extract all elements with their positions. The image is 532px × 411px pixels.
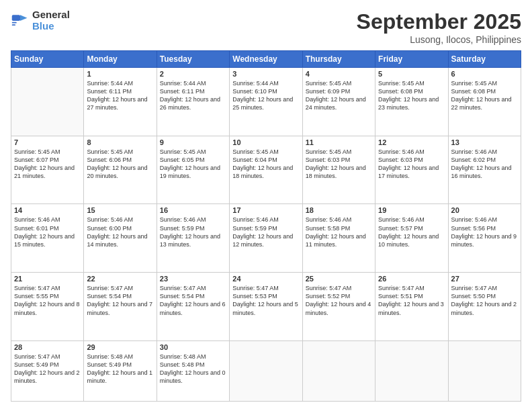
- day-number: 28: [14, 343, 81, 351]
- cell-info: Sunrise: 5:46 AM Sunset: 6:03 PM Dayligh…: [378, 148, 445, 181]
- calendar-cell: 20Sunrise: 5:46 AM Sunset: 5:56 PM Dayli…: [448, 204, 521, 273]
- day-number: 18: [306, 206, 372, 214]
- cell-info: Sunrise: 5:44 AM Sunset: 6:10 PM Dayligh…: [232, 79, 299, 112]
- day-number: 16: [160, 206, 226, 214]
- cell-info: Sunrise: 5:44 AM Sunset: 6:11 PM Dayligh…: [87, 79, 153, 112]
- day-number: 23: [160, 275, 226, 283]
- day-number: 26: [378, 275, 445, 283]
- day-number: 14: [14, 206, 81, 214]
- cell-info: Sunrise: 5:47 AM Sunset: 5:55 PM Dayligh…: [14, 284, 81, 317]
- day-number: 5: [378, 70, 445, 78]
- week-row-2: 7Sunrise: 5:45 AM Sunset: 6:07 PM Daylig…: [11, 136, 521, 204]
- cell-info: Sunrise: 5:47 AM Sunset: 5:54 PM Dayligh…: [160, 284, 226, 317]
- cell-info: Sunrise: 5:45 AM Sunset: 6:09 PM Dayligh…: [306, 79, 372, 112]
- weekday-header-saturday: Saturday: [448, 51, 521, 68]
- svg-rect-3: [12, 24, 15, 26]
- calendar-cell: 22Sunrise: 5:47 AM Sunset: 5:54 PM Dayli…: [84, 273, 157, 341]
- calendar-table: SundayMondayTuesdayWednesdayThursdayFrid…: [11, 50, 521, 402]
- week-row-1: 1Sunrise: 5:44 AM Sunset: 6:11 PM Daylig…: [11, 68, 521, 136]
- day-number: 7: [14, 138, 81, 146]
- cell-info: Sunrise: 5:47 AM Sunset: 5:49 PM Dayligh…: [14, 353, 81, 385]
- day-number: 13: [451, 138, 518, 146]
- calendar-cell: 4Sunrise: 5:45 AM Sunset: 6:09 PM Daylig…: [302, 68, 375, 136]
- calendar-cell: 24Sunrise: 5:47 AM Sunset: 5:53 PM Dayli…: [230, 273, 302, 341]
- calendar-cell: 17Sunrise: 5:46 AM Sunset: 5:59 PM Dayli…: [230, 204, 302, 273]
- calendar-cell: 11Sunrise: 5:45 AM Sunset: 6:03 PM Dayli…: [302, 136, 375, 204]
- day-number: 19: [378, 206, 445, 214]
- calendar-cell: 10Sunrise: 5:45 AM Sunset: 6:04 PM Dayli…: [230, 136, 302, 204]
- day-number: 12: [378, 138, 445, 146]
- cell-info: Sunrise: 5:45 AM Sunset: 6:06 PM Dayligh…: [87, 148, 153, 181]
- calendar-cell: 13Sunrise: 5:46 AM Sunset: 6:02 PM Dayli…: [448, 136, 521, 204]
- calendar-cell: 2Sunrise: 5:44 AM Sunset: 6:11 PM Daylig…: [157, 68, 229, 136]
- cell-info: Sunrise: 5:48 AM Sunset: 5:48 PM Dayligh…: [160, 353, 226, 385]
- calendar-cell: [230, 340, 302, 401]
- cell-info: Sunrise: 5:45 AM Sunset: 6:05 PM Dayligh…: [160, 148, 226, 181]
- day-number: 11: [306, 138, 372, 146]
- cell-info: Sunrise: 5:46 AM Sunset: 6:00 PM Dayligh…: [87, 216, 153, 248]
- calendar-cell: 9Sunrise: 5:45 AM Sunset: 6:05 PM Daylig…: [157, 136, 229, 204]
- cell-info: Sunrise: 5:45 AM Sunset: 6:04 PM Dayligh…: [232, 148, 299, 181]
- day-number: 6: [451, 70, 518, 78]
- page: General Blue September 2025 Lusong, Iloc…: [0, 0, 532, 411]
- calendar-cell: 21Sunrise: 5:47 AM Sunset: 5:55 PM Dayli…: [11, 273, 84, 341]
- calendar-cell: 1Sunrise: 5:44 AM Sunset: 6:11 PM Daylig…: [84, 68, 157, 136]
- calendar-cell: 6Sunrise: 5:45 AM Sunset: 6:08 PM Daylig…: [448, 68, 521, 136]
- calendar-cell: 5Sunrise: 5:45 AM Sunset: 6:08 PM Daylig…: [375, 68, 448, 136]
- calendar-cell: [11, 68, 84, 136]
- cell-info: Sunrise: 5:47 AM Sunset: 5:52 PM Dayligh…: [306, 284, 372, 317]
- day-number: 3: [232, 70, 299, 78]
- day-number: 10: [232, 138, 299, 146]
- calendar-cell: 23Sunrise: 5:47 AM Sunset: 5:54 PM Dayli…: [157, 273, 229, 341]
- cell-info: Sunrise: 5:46 AM Sunset: 5:57 PM Dayligh…: [378, 216, 445, 248]
- day-number: 9: [160, 138, 226, 146]
- cell-info: Sunrise: 5:45 AM Sunset: 6:03 PM Dayligh…: [306, 148, 372, 181]
- calendar-cell: [375, 340, 448, 401]
- cell-info: Sunrise: 5:46 AM Sunset: 6:02 PM Dayligh…: [451, 148, 518, 181]
- calendar-cell: 7Sunrise: 5:45 AM Sunset: 6:07 PM Daylig…: [11, 136, 84, 204]
- weekday-header-row: SundayMondayTuesdayWednesdayThursdayFrid…: [11, 51, 521, 68]
- calendar-cell: 25Sunrise: 5:47 AM Sunset: 5:52 PM Dayli…: [302, 273, 375, 341]
- day-number: 8: [87, 138, 153, 146]
- day-number: 27: [451, 275, 518, 283]
- day-number: 25: [306, 275, 372, 283]
- weekday-header-sunday: Sunday: [11, 51, 84, 68]
- week-row-3: 14Sunrise: 5:46 AM Sunset: 6:01 PM Dayli…: [11, 204, 521, 273]
- cell-info: Sunrise: 5:46 AM Sunset: 5:59 PM Dayligh…: [160, 216, 226, 248]
- calendar-cell: 27Sunrise: 5:47 AM Sunset: 5:50 PM Dayli…: [448, 273, 521, 341]
- day-number: 4: [306, 70, 372, 78]
- calendar-cell: 14Sunrise: 5:46 AM Sunset: 6:01 PM Dayli…: [11, 204, 84, 273]
- cell-info: Sunrise: 5:47 AM Sunset: 5:50 PM Dayligh…: [451, 284, 518, 317]
- calendar-cell: 12Sunrise: 5:46 AM Sunset: 6:03 PM Dayli…: [375, 136, 448, 204]
- cell-info: Sunrise: 5:45 AM Sunset: 6:08 PM Dayligh…: [378, 79, 445, 112]
- cell-info: Sunrise: 5:46 AM Sunset: 6:01 PM Dayligh…: [14, 216, 81, 248]
- cell-info: Sunrise: 5:47 AM Sunset: 5:53 PM Dayligh…: [232, 284, 299, 317]
- calendar-cell: 28Sunrise: 5:47 AM Sunset: 5:49 PM Dayli…: [11, 340, 84, 401]
- cell-info: Sunrise: 5:45 AM Sunset: 6:08 PM Dayligh…: [451, 79, 518, 112]
- week-row-4: 21Sunrise: 5:47 AM Sunset: 5:55 PM Dayli…: [11, 273, 521, 341]
- day-number: 15: [87, 206, 153, 214]
- svg-rect-2: [12, 21, 17, 23]
- weekday-header-thursday: Thursday: [302, 51, 375, 68]
- day-number: 2: [160, 70, 226, 78]
- cell-info: Sunrise: 5:47 AM Sunset: 5:51 PM Dayligh…: [378, 284, 445, 317]
- calendar-cell: 8Sunrise: 5:45 AM Sunset: 6:06 PM Daylig…: [84, 136, 157, 204]
- title-block: September 2025 Lusong, Ilocos, Philippin…: [357, 9, 521, 45]
- cell-info: Sunrise: 5:46 AM Sunset: 5:56 PM Dayligh…: [451, 216, 518, 248]
- cell-info: Sunrise: 5:46 AM Sunset: 5:58 PM Dayligh…: [306, 216, 372, 248]
- day-number: 29: [87, 343, 153, 351]
- day-number: 17: [232, 206, 299, 214]
- weekday-header-monday: Monday: [84, 51, 157, 68]
- logo-text: General Blue: [32, 9, 70, 32]
- calendar-cell: 26Sunrise: 5:47 AM Sunset: 5:51 PM Dayli…: [375, 273, 448, 341]
- cell-info: Sunrise: 5:45 AM Sunset: 6:07 PM Dayligh…: [14, 148, 81, 181]
- logo: General Blue: [11, 9, 70, 32]
- logo-icon: [11, 11, 30, 30]
- calendar-cell: [448, 340, 521, 401]
- week-row-5: 28Sunrise: 5:47 AM Sunset: 5:49 PM Dayli…: [11, 340, 521, 401]
- weekday-header-tuesday: Tuesday: [157, 51, 229, 68]
- calendar-cell: 16Sunrise: 5:46 AM Sunset: 5:59 PM Dayli…: [157, 204, 229, 273]
- svg-rect-0: [12, 15, 20, 21]
- calendar-cell: 15Sunrise: 5:46 AM Sunset: 6:00 PM Dayli…: [84, 204, 157, 273]
- cell-info: Sunrise: 5:48 AM Sunset: 5:49 PM Dayligh…: [87, 353, 153, 385]
